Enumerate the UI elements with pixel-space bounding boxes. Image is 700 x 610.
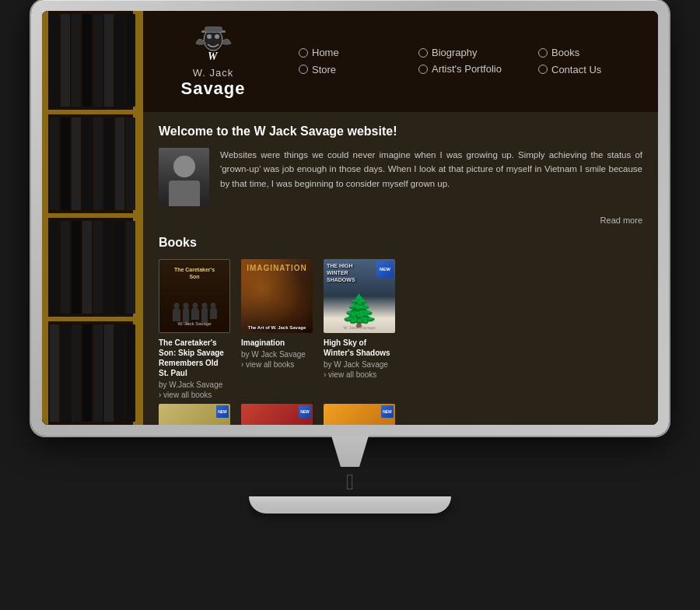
intro-text: Websites were things we could never imag…: [220, 148, 642, 206]
monitor-base: [249, 496, 451, 514]
book-cover-author-caretakers: W. Jack Savage: [159, 321, 229, 326]
bottom-book-children[interactable]: NEW THE CHILDREN: [241, 404, 313, 425]
bottom-book-badge-1: NEW: [216, 405, 229, 418]
logo-bird-icon: W: [192, 24, 235, 67]
nav-item-books[interactable]: Books: [538, 47, 642, 58]
bottom-book-badge-2: NEW: [299, 405, 311, 418]
main-content: Welcome to the W Jack Savage website! We…: [143, 112, 658, 425]
book-item-winter-shadows[interactable]: NEW THE HIGHWINTERSHADOWS 🌲 W Jack Savag…: [324, 259, 395, 399]
book-title-winter: High Sky of Winter's Shadows: [324, 338, 395, 358]
apple-logo-icon: : [346, 470, 354, 495]
imagination-cover-author: The Art of W. Jack Savage: [241, 325, 313, 330]
imagination-cover-title: IMAGINATION: [241, 264, 313, 272]
nav-dot-portfolio: [418, 65, 428, 74]
books-grid: The Caretaker'sSon W. Jack Savage: [159, 259, 642, 399]
nav-grid: Home Biography Books: [299, 47, 642, 76]
nav-label-contact: Contact Us: [551, 64, 601, 75]
monitor-bezel: W W. Jack Savage Home: [42, 11, 658, 425]
logo-name-line1: W. Jack: [193, 67, 234, 79]
book-item-imagination[interactable]: IMAGINATION The Art of W. Jack Savage Im…: [241, 259, 313, 399]
logo-area: W W. Jack Savage: [143, 11, 283, 112]
nav-label-store: Store: [312, 64, 336, 75]
welcome-title: Welcome to the W Jack Savage website!: [159, 124, 642, 138]
read-more-link[interactable]: Read more: [159, 216, 642, 225]
nav-item-home[interactable]: Home: [299, 47, 403, 58]
book-cover-badge-winter: NEW: [376, 261, 394, 278]
books-section-title: Books: [159, 236, 642, 250]
nav-label-home: Home: [312, 47, 339, 58]
view-all-imagination[interactable]: › view all books: [241, 360, 313, 369]
bottom-book-text-1: STATE CHAMPIONS: [159, 424, 230, 425]
author-figure: [159, 148, 209, 206]
winter-tree-icon: 🌲: [340, 293, 379, 329]
nav-dot-contact: [538, 65, 548, 74]
content-area: W W. Jack Savage Home: [143, 11, 658, 425]
book-cover-title-caretakers: The Caretaker'sSon: [159, 266, 229, 280]
nav-item-biography[interactable]: Biography: [418, 47, 523, 58]
nav-dot-home: [299, 48, 308, 58]
author-photo: [159, 148, 209, 206]
bottom-book-text-2: THE CHILDREN: [241, 424, 313, 425]
book-author-imagination: by W Jack Savage: [241, 350, 313, 359]
bottom-book-3[interactable]: NEW: [324, 404, 395, 425]
svg-point-2: [215, 34, 219, 39]
monitor-neck: [319, 436, 381, 467]
svg-rect-4: [205, 26, 222, 32]
book-cover-imagination: IMAGINATION The Art of W. Jack Savage: [241, 259, 313, 333]
book-cover-winter-shadows: NEW THE HIGHWINTERSHADOWS 🌲 W Jack Savag…: [324, 259, 395, 333]
site-header: W W. Jack Savage Home: [143, 11, 658, 112]
monitor-wrapper: W W. Jack Savage Home: [0, 0, 700, 610]
svg-point-1: [207, 34, 212, 39]
bottom-book-badge-3: NEW: [381, 405, 394, 418]
bottom-book-state-champions[interactable]: NEW STATE CHAMPIONS: [159, 404, 230, 425]
intro-section: Websites were things we could never imag…: [159, 148, 642, 206]
book-item-caretakers-son[interactable]: The Caretaker'sSon W. Jack Savage: [159, 259, 230, 399]
svg-text:W: W: [208, 51, 219, 62]
view-all-caretakers[interactable]: › view all books: [159, 391, 230, 399]
nav-item-store[interactable]: Store: [299, 63, 403, 76]
book-title-caretakers: The Caretaker's Son: Skip Savage Remembe…: [159, 338, 230, 378]
monitor-outer: W W. Jack Savage Home: [31, 0, 669, 436]
book-author-winter: by W Jack Savage: [324, 360, 395, 369]
nav-dot-books: [538, 48, 548, 58]
screen: W W. Jack Savage Home: [42, 11, 658, 425]
nav-dot-biography: [418, 48, 428, 58]
nav-item-portfolio[interactable]: Artist's Portfolio: [418, 63, 523, 76]
nav-label-books: Books: [551, 47, 579, 58]
nav-label-portfolio: Artist's Portfolio: [432, 63, 502, 76]
book-title-imagination: Imagination: [241, 338, 313, 348]
book-author-caretakers: by W.Jack Savage: [159, 380, 230, 389]
partial-books-row: NEW STATE CHAMPIONS NEW THE CHILDREN NEW: [159, 404, 642, 425]
book-cover-caretakers-son: The Caretaker'sSon W. Jack Savage: [159, 259, 230, 333]
view-all-winter[interactable]: › view all books: [324, 370, 395, 379]
nav-item-contact[interactable]: Contact Us: [538, 63, 642, 76]
logo-name-savage: Savage: [180, 79, 245, 99]
bookshelf-decoration: [42, 11, 143, 425]
nav-area: Home Biography Books: [283, 11, 658, 112]
nav-label-biography: Biography: [432, 47, 478, 58]
nav-dot-store: [299, 65, 308, 74]
